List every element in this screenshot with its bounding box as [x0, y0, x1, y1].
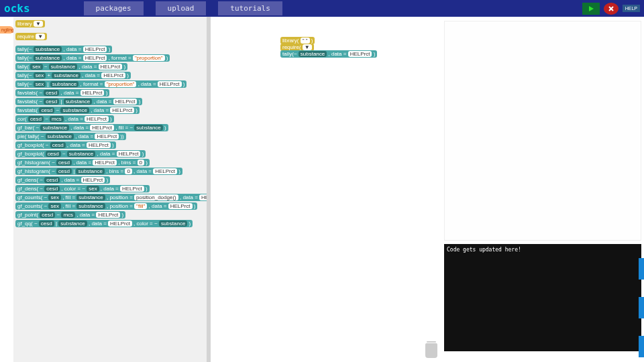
palette-block[interactable]: favstats( cesd ~ substance , data = HELP… [15, 107, 140, 114]
category-tabs: ngling [0, 17, 13, 362]
palette-block[interactable]: gf_counts( ~ sex , fill = substance , po… [15, 194, 211, 201]
canvas-tally-block[interactable]: tally(~ substance , data = HELPrct ) [280, 50, 377, 58]
upload-button[interactable]: upload [156, 1, 207, 15]
stop-button[interactable] [604, 3, 619, 15]
help-button[interactable]: HELP [623, 5, 640, 12]
plot-output [444, 21, 641, 241]
palette-block[interactable]: cor( cesd ~ mcs , data = HELPrct ) [15, 115, 114, 123]
wrangling-tab[interactable]: ngling [0, 26, 13, 34]
canvas-require-block[interactable]: require( ▼ [280, 44, 314, 51]
side-action-3[interactable] [639, 336, 644, 357]
placed-blocks: library( " " ) require( ▼ tally(~ substa… [280, 37, 377, 57]
palette-block[interactable]: gf_histogram( ~ cesd | substance , bins … [15, 168, 182, 175]
library-block[interactable]: library ▼ [15, 20, 45, 27]
palette-block[interactable]: favstats( ~ cesd , data = HELPrct ) [15, 89, 109, 97]
palette-block[interactable]: tally( sex ~ substance , data = HELPrct … [15, 63, 127, 70]
canvas-library-block[interactable]: library( " " ) [280, 37, 315, 44]
palette-block[interactable]: gf_dens( ~ cesd , color = ~ sex , data =… [15, 185, 150, 192]
code-output: Code gets updated here! [444, 244, 641, 351]
side-action-1[interactable] [639, 258, 644, 280]
palette-block[interactable]: gf_point( cesd ~ mcs , data = HELPrct ) [15, 211, 125, 219]
palette-block[interactable]: gf_boxplot( ~ cesd , data = HELPrct ) [15, 141, 116, 149]
side-action-2[interactable] [639, 297, 644, 318]
tutorials-button[interactable]: tutorials [218, 1, 282, 15]
palette-block[interactable]: gf_histogram( ~ cesd , data = HELPrct , … [15, 159, 150, 166]
palette-block[interactable]: gf_bar( ~ substance , data = HELPrct , f… [15, 124, 168, 131]
palette-block[interactable]: favstats( ~ cesd | substance , data = HE… [15, 98, 142, 105]
palette-block[interactable]: tally(~ substance , data = HELPrct ) [15, 46, 112, 53]
run-button[interactable] [582, 3, 600, 15]
palette-block[interactable]: gf_dens( ~ cesd , data = HELPrct ) [15, 176, 110, 184]
workspace-canvas[interactable]: library( " " ) require( ▼ tally(~ substa… [211, 17, 441, 362]
palette-block[interactable]: pie( tally( ~ substance , data = HELPrct… [15, 133, 126, 140]
top-bar: ocks packages upload tutorials HELP [0, 0, 644, 17]
trash-icon[interactable] [425, 343, 437, 358]
palette-block[interactable]: gf_boxplot( cesd ~ substance , data = HE… [15, 150, 146, 158]
output-panel: Code gets updated here! [441, 17, 644, 362]
require-block[interactable]: require ▼ [15, 33, 47, 40]
packages-button[interactable]: packages [84, 1, 144, 15]
logo: ocks [4, 2, 30, 15]
palette-block[interactable]: tally(~ sex | substance , format = "prop… [15, 80, 186, 88]
svg-marker-0 [589, 6, 594, 11]
code-hint: Code gets updated here! [447, 247, 521, 253]
palette-block[interactable]: tally(~ substance , data = HELPrct , for… [15, 54, 170, 62]
stop-icon [608, 5, 614, 12]
palette-block[interactable]: tally(~ sex + substance , data = HELPrct… [15, 72, 131, 79]
palette-block[interactable]: gf_counts( ~ sex , fill = substance , po… [15, 202, 197, 210]
play-icon [588, 5, 594, 12]
block-palette[interactable]: library ▼ require ▼ tally(~ substance , … [13, 17, 211, 362]
palette-block[interactable]: gf_qq( ~ cesd | substance , data = HELPr… [15, 220, 193, 227]
